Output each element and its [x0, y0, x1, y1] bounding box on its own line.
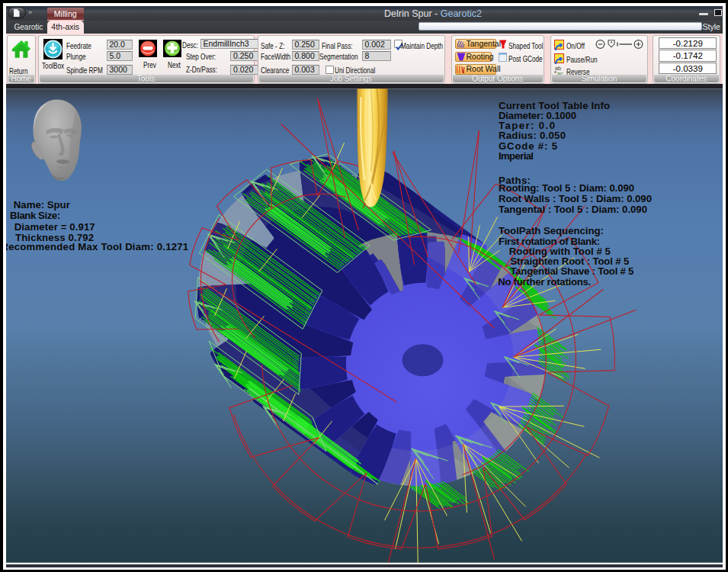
svg-text:Tangental : Tool 5 : Diam: 0.0: Tangental : Tool 5 : Diam: 0.090: [499, 204, 647, 215]
svg-text:Imperial: Imperial: [499, 150, 534, 162]
svg-text:Diameter = 0.917: Diameter = 0.917: [14, 221, 95, 233]
svg-text:Root Walls : Tool 5 : Diam: 0.: Root Walls : Tool 5 : Diam: 0.090: [499, 193, 652, 204]
svg-text:Blank Size:: Blank Size:: [10, 210, 60, 221]
svg-text:Recommended Max Tool Diam: 0.1: Recommended Max Tool Diam: 0.1271: [6, 241, 188, 252]
svg-text:No further rotations.: No further rotations.: [498, 276, 591, 288]
